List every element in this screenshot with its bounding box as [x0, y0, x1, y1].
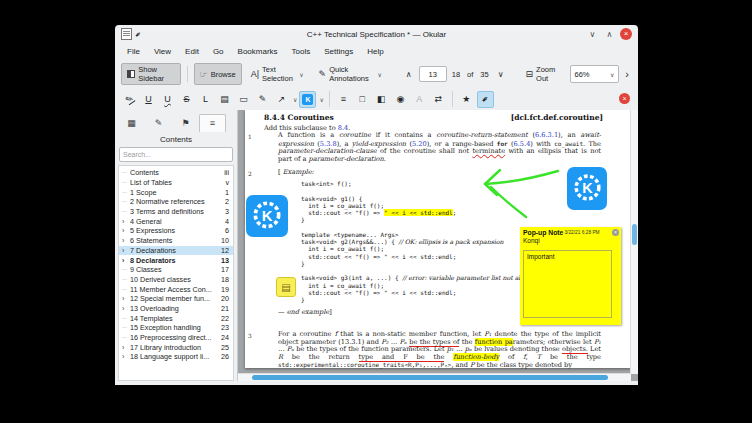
toc-page: 24 — [221, 333, 229, 342]
opacity-icon[interactable]: ◉ — [392, 91, 409, 108]
doc-link[interactable]: 6.6.3.1 — [535, 131, 558, 139]
popup-note-icon[interactable]: ▭ — [235, 91, 252, 108]
previous-page-button[interactable]: ∧ — [402, 68, 416, 81]
toc-item[interactable]: ›17 Library introduction25 — [119, 342, 233, 352]
highlighter-icon[interactable]: ✎ — [121, 91, 138, 108]
toc-item[interactable]: —15 Exception handling23 — [119, 323, 233, 333]
menu-edit[interactable]: Edit — [178, 47, 206, 56]
toc-item[interactable]: —10 Derived classes18 — [119, 275, 233, 285]
popup-note-annotation[interactable]: Pop-up Note 3/22/21 6:28 PM × Konqi Impo… — [520, 227, 621, 325]
sidebar-tabs: ▦✎⚑≡ — [115, 110, 237, 132]
document-view[interactable]: 8.4.4 Coroutines [dcl.fct.def.coroutine]… — [238, 110, 638, 381]
shape-icon[interactable]: □ — [354, 91, 371, 108]
vertical-scrollbar-handle[interactable] — [632, 224, 637, 245]
fill-color-icon[interactable]: ◧ — [373, 91, 390, 108]
squiggle-icon[interactable]: U — [159, 91, 176, 108]
pin-icon[interactable]: ✒ — [477, 91, 494, 108]
show-sidebar-button[interactable]: Show Sidebar — [121, 63, 181, 85]
underline-icon[interactable]: U — [140, 91, 157, 108]
toc-item[interactable]: ›7 Declarations12 — [119, 246, 233, 256]
freehand-line-icon[interactable]: ✎ — [254, 91, 271, 108]
inline-note-annotation[interactable]: ▤ — [276, 277, 296, 297]
close-button[interactable]: × — [620, 28, 632, 40]
quick-annotations-button[interactable]: ✎ Quick Annotations ∨ — [313, 63, 388, 85]
chevron-right-icon[interactable]: › — [122, 344, 130, 351]
toc-item[interactable]: ›4 General4 — [119, 216, 233, 226]
tool-glyph: L — [203, 95, 208, 104]
chevron-down-icon[interactable]: ∨ — [293, 96, 297, 103]
toc-item[interactable]: ›18 Language support li...26 — [119, 352, 233, 362]
ink-arrow-annotation[interactable] — [470, 162, 565, 224]
chevron-right-icon[interactable]: › — [122, 295, 130, 302]
toc-item[interactable]: ›5 Expressions6 — [119, 226, 233, 236]
font-icon[interactable]: A — [411, 91, 428, 108]
chevron-right-icon[interactable]: › — [122, 353, 130, 360]
toc-item[interactable]: ›8 Declarators13 — [119, 255, 233, 265]
typewriter-icon[interactable]: L — [197, 91, 214, 108]
horizontal-scrollbar-handle[interactable] — [252, 375, 608, 380]
toolbar-overflow-button[interactable]: › — [622, 68, 632, 80]
toc-item[interactable]: ›6 Statements10 — [119, 236, 233, 246]
annotation-toolbar: ✎UUSL▤▭✎↗∨K∨≡□◧◉A⇄★✒ × — [115, 88, 638, 110]
advanced-settings-icon[interactable]: ⇄ — [430, 91, 447, 108]
sidebar-tab-contents[interactable]: ≡ — [199, 114, 226, 132]
horizontal-scrollbar[interactable] — [238, 373, 631, 381]
sidebar-tab-bookmarks[interactable]: ⚑ — [172, 114, 199, 132]
toc-item[interactable]: —9 Classes17 — [119, 265, 233, 275]
title-bar[interactable]: ✒ C++ Technical Specification * — Okular… — [115, 25, 638, 43]
kde-stamp-annotation[interactable]: K — [567, 167, 607, 210]
chevron-right-icon[interactable]: › — [122, 218, 130, 225]
toc-item[interactable]: —Contentsiii — [119, 168, 233, 178]
search-input[interactable] — [119, 147, 233, 162]
text-selection-button[interactable]: A| Text Selection ∨ — [245, 63, 310, 85]
toc-item[interactable]: —16 Preprocessing direct...24 — [119, 333, 233, 343]
favorites-icon[interactable]: ★ — [458, 91, 475, 108]
chevron-right-icon[interactable]: › — [122, 247, 130, 254]
toc-page: 6 — [225, 226, 229, 235]
stamp-icon[interactable]: K — [299, 91, 316, 108]
menu-help[interactable]: Help — [360, 47, 390, 56]
chevron-right-icon[interactable]: › — [122, 227, 130, 234]
toc-item[interactable]: —3 Terms and definitions3 — [119, 207, 233, 217]
toc-item[interactable]: ›12 Special member fun...20 — [119, 294, 233, 304]
toc-item[interactable]: —11 Member Access Con...19 — [119, 284, 233, 294]
popup-note-body[interactable]: Important — [523, 250, 612, 318]
minimize-button[interactable]: ∨ — [586, 28, 599, 41]
zoom-level-combobox[interactable]: 66% ∨ — [570, 65, 620, 83]
strikeout-icon[interactable]: S — [178, 91, 195, 108]
toc-item[interactable]: ›13 Overloading21 — [119, 304, 233, 314]
browse-button[interactable]: ☞ Browse — [194, 63, 242, 85]
chevron-right-icon[interactable]: › — [122, 305, 130, 312]
vertical-scrollbar[interactable] — [630, 110, 638, 374]
chevron-right-icon[interactable]: › — [122, 257, 130, 264]
toc-item[interactable]: —14 Templates22 — [119, 313, 233, 323]
next-page-button[interactable]: ∨ — [494, 68, 508, 81]
sidebar: ▦✎⚑≡ Contents —Contentsiii—List of Table… — [115, 110, 238, 381]
popup-note-close-button[interactable]: × — [612, 229, 619, 236]
menu-view[interactable]: View — [147, 47, 178, 56]
chevron-right-icon[interactable]: › — [122, 237, 130, 244]
chevron-down-icon[interactable]: ∨ — [377, 71, 381, 78]
zoom-out-button[interactable]: ⊟ Zoom Out — [520, 63, 567, 85]
menu-settings[interactable]: Settings — [317, 47, 360, 56]
menu-go[interactable]: Go — [206, 47, 231, 56]
line-width-icon[interactable]: ≡ — [335, 91, 352, 108]
sidebar-tab-annotations[interactable]: ✎ — [145, 114, 172, 132]
sidebar-tab-thumbnails[interactable]: ▦ — [118, 114, 145, 132]
chevron-down-icon[interactable]: ∨ — [299, 71, 303, 78]
straight-line-icon[interactable]: ↗ — [273, 91, 290, 108]
inline-note-icon[interactable]: ▤ — [216, 91, 233, 108]
toc-item[interactable]: —List of Tablesv — [119, 178, 233, 188]
toc-item[interactable]: —1 Scope1 — [119, 187, 233, 197]
chevron-down-icon[interactable]: ∨ — [319, 96, 323, 103]
menu-file[interactable]: File — [120, 47, 147, 56]
kde-stamp-annotation[interactable]: K — [246, 195, 288, 237]
menu-bookmarks[interactable]: Bookmarks — [231, 47, 285, 56]
close-annotation-toolbar-button[interactable]: × — [619, 93, 630, 104]
page-number-input[interactable] — [419, 66, 447, 82]
toc-item[interactable]: —2 Normative references2 — [119, 197, 233, 207]
text-run: } — [301, 260, 305, 267]
section-heading: 8.4.4 Coroutines [dcl.fct.def.coroutine] — [264, 113, 603, 122]
maximize-button[interactable]: ∧ — [603, 28, 616, 41]
menu-tools[interactable]: Tools — [285, 47, 318, 56]
